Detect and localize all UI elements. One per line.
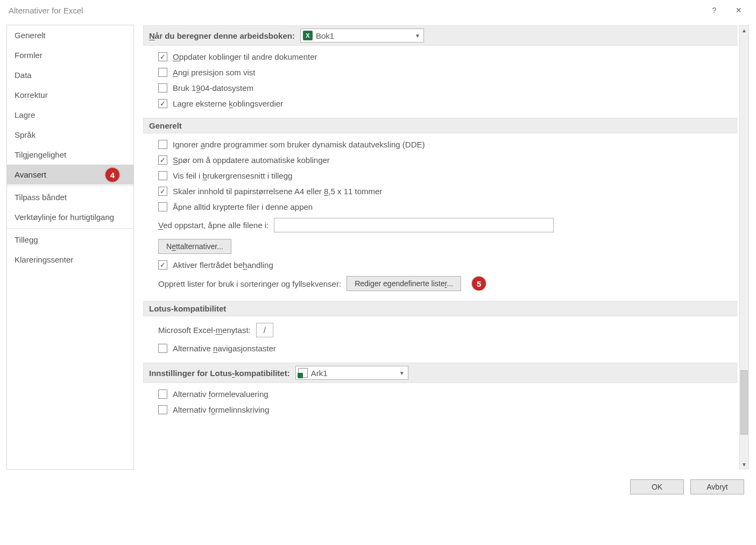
sidebar-item-sprak[interactable]: Språk — [7, 125, 133, 145]
sheet-combo[interactable]: Ark1 ▼ — [295, 366, 408, 380]
edit-custom-lists-button[interactable]: Rediger egendefinerte lister... — [347, 276, 461, 291]
ok-button[interactable]: OK — [630, 479, 684, 494]
checkbox-scale-a4[interactable]: Skaler innhold til papirstørrelsene A4 e… — [158, 187, 732, 196]
menukey-row: Microsoft Excel-menytast: / — [158, 323, 732, 337]
section-header-general: Generelt — [143, 118, 737, 133]
chevron-down-icon: ▼ — [415, 33, 420, 39]
sidebar-separator — [7, 228, 133, 229]
sidebar-item-tilgjengelighet[interactable]: Tilgjengelighet — [7, 145, 133, 165]
excel-icon: X — [303, 31, 313, 40]
help-button[interactable]: ? — [702, 0, 726, 20]
scroll-down-icon[interactable]: ▼ — [740, 460, 748, 469]
sidebar-item-data[interactable]: Data — [7, 65, 133, 85]
window-title: Alternativer for Excel — [5, 6, 702, 15]
checkbox-alt-formula-eval[interactable]: Alternativ formelevaluering — [158, 390, 732, 399]
checkbox-ask-update-links[interactable]: Spør om å oppdatere automatiske koblinge… — [158, 155, 732, 165]
checkbox-icon — [158, 83, 167, 93]
checkbox-ignore-dde[interactable]: Ignorer andre programmer som bruker dyna… — [158, 140, 732, 149]
section-header-lotus-settings-label: Innstillinger for Lotus-kompatibilitet: — [149, 369, 290, 378]
sheet-combo-value: Ark1 — [311, 369, 328, 378]
annotation-badge-4: 4 — [105, 168, 119, 182]
section-body-calc: Oppdater koblinger til andre dokumenter … — [143, 46, 737, 118]
checkbox-icon — [158, 140, 167, 149]
section-header-calc: Når du beregner denne arbeidsboken: X Bo… — [143, 25, 737, 46]
sidebar-item-tillegg[interactable]: Tillegg — [7, 230, 133, 250]
sheet-icon — [298, 368, 308, 378]
checkbox-open-encrypted[interactable]: Åpne alltid krypterte filer i denne appe… — [158, 202, 732, 211]
scroll-up-icon[interactable]: ▲ — [740, 26, 748, 34]
dialog-footer: OK Avbryt — [0, 470, 756, 504]
checkbox-icon — [158, 52, 167, 61]
checkbox-show-ui-errors[interactable]: Vis feil i brukergrensesnitt i tillegg — [158, 171, 732, 180]
section-header-lotus-settings: Innstillinger for Lotus-kompatibilitet: … — [143, 363, 737, 383]
cancel-button[interactable]: Avbryt — [690, 479, 744, 494]
checkbox-update-links[interactable]: Oppdater koblinger til andre dokumenter — [158, 52, 732, 61]
checkbox-multithreaded[interactable]: Aktiver flertrådet behandling — [158, 260, 732, 270]
section-body-lotus-settings: Alternativ formelevaluering Alternativ f… — [143, 383, 737, 424]
checkbox-precision[interactable]: Angi presisjon som vist — [158, 68, 732, 77]
sidebar-item-formler[interactable]: Formler — [7, 45, 133, 65]
custom-lists-row: Opprett lister for bruk i sorteringer og… — [158, 276, 732, 291]
sidebar-item-lagre[interactable]: Lagre — [7, 105, 133, 125]
checkbox-icon — [158, 99, 167, 108]
vertical-scrollbar[interactable]: ▲ ▼ — [739, 25, 749, 469]
sidebar-item-tilpass-bandet[interactable]: Tilpass båndet — [7, 187, 133, 207]
sidebar: Generelt Formler Data Korrektur Lagre Sp… — [6, 25, 134, 470]
section-header-calc-label: Når du beregner denne arbeidsboken: — [149, 31, 295, 40]
checkbox-icon — [158, 155, 167, 165]
close-button[interactable]: ✕ — [726, 0, 751, 20]
chevron-down-icon: ▼ — [399, 370, 405, 376]
section-body-lotus: Microsoft Excel-menytast: / Alternative … — [143, 316, 737, 363]
main-area: Generelt Formler Data Korrektur Lagre Sp… — [0, 20, 756, 470]
menukey-input[interactable]: / — [256, 323, 273, 337]
content-wrap: Når du beregner denne arbeidsboken: X Bo… — [143, 25, 750, 470]
web-options-button[interactable]: Nettalternativer... — [158, 239, 231, 254]
checkbox-icon — [158, 260, 167, 270]
checkbox-save-external[interactable]: Lagre eksterne koblingsverdier — [158, 99, 732, 108]
checkbox-icon — [158, 202, 167, 211]
titlebar: Alternativer for Excel ? ✕ — [0, 0, 756, 20]
sidebar-item-verktoylinje[interactable]: Verktøylinje for hurtigtilgang — [7, 207, 133, 227]
startup-folder-input[interactable] — [274, 218, 554, 232]
checkbox-icon — [158, 171, 167, 180]
checkbox-alt-formula-entry[interactable]: Alternativ formelinnskriving — [158, 405, 732, 414]
web-options-row: Nettalternativer... — [158, 239, 732, 254]
workbook-combo[interactable]: X Bok1 ▼ — [300, 29, 424, 43]
checkbox-1904-date[interactable]: Bruk 1904-datosystem — [158, 83, 732, 93]
sidebar-item-generelt[interactable]: Generelt — [7, 25, 133, 45]
content-panel: Når du beregner denne arbeidsboken: X Bo… — [143, 25, 739, 469]
sidebar-separator — [7, 186, 133, 186]
checkbox-alt-nav[interactable]: Alternative navigasjonstaster — [158, 344, 732, 353]
checkbox-icon — [158, 187, 167, 196]
sidebar-item-klareringssenter[interactable]: Klareringssenter — [7, 250, 133, 270]
sidebar-item-korrektur[interactable]: Korrektur — [7, 85, 133, 105]
checkbox-icon — [158, 405, 167, 414]
checkbox-icon — [158, 390, 167, 399]
section-body-general: Ignorer andre programmer som bruker dyna… — [143, 133, 737, 301]
startup-folder-row: Ved oppstart, åpne alle filene i: — [158, 218, 732, 232]
custom-lists-label: Opprett lister for bruk i sorteringer og… — [158, 279, 341, 288]
workbook-combo-value: Bok1 — [316, 31, 334, 40]
section-header-lotus: Lotus-kompatibilitet — [143, 301, 737, 316]
checkbox-icon — [158, 344, 167, 353]
scroll-thumb[interactable] — [740, 370, 748, 435]
sidebar-item-avansert[interactable]: Avansert 4 — [7, 165, 133, 185]
annotation-badge-5: 5 — [472, 277, 486, 291]
checkbox-icon — [158, 68, 167, 77]
